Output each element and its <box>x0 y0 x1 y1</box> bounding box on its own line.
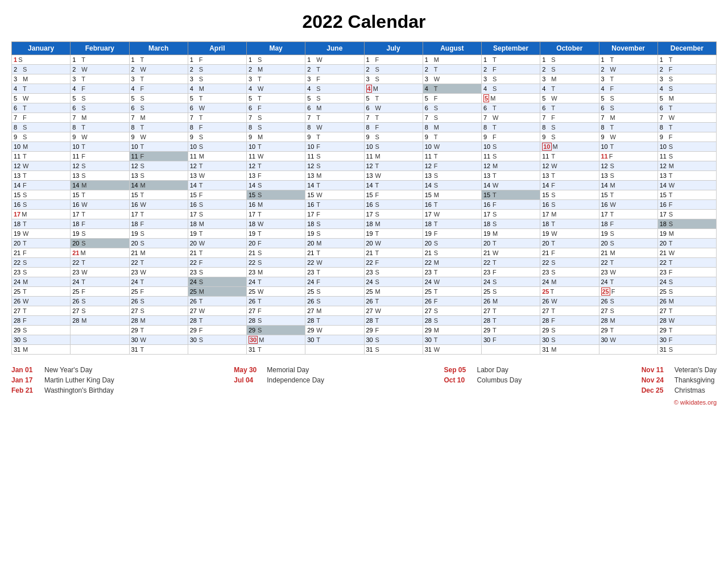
calendar-cell: 19 F <box>423 229 481 239</box>
calendar-cell: 6 F <box>247 103 305 113</box>
day-letter: W <box>258 85 263 92</box>
day-letter: T <box>434 85 438 92</box>
day-num: 19 <box>483 230 491 237</box>
day-letter: T <box>140 259 144 266</box>
calendar-cell: 25 T <box>12 287 71 297</box>
day-num: 21 <box>190 249 198 256</box>
day-num: 27 <box>131 307 139 314</box>
day-num: 22 <box>425 259 433 266</box>
day-letter: F <box>23 317 27 324</box>
day-letter: S <box>434 240 438 247</box>
calendar-cell: 8 T <box>71 123 129 132</box>
day-num: 2 <box>660 66 668 73</box>
day-num: 26 <box>660 298 668 305</box>
calendar-cell: 23 S <box>540 268 599 277</box>
calendar-cell: 12 T <box>247 161 305 171</box>
day-num: 13 <box>249 172 257 179</box>
calendar-table: JanuaryFebruaryMarchAprilMayJuneJulyAugu… <box>11 41 717 355</box>
calendar-cell: 7 S <box>423 113 481 123</box>
day-letter: T <box>669 240 673 247</box>
day-letter: S <box>434 114 438 121</box>
holiday-date: Dec 25 <box>642 386 670 394</box>
day-letter: M <box>610 114 615 121</box>
day-num: 25 <box>249 288 257 295</box>
day-letter: S <box>551 66 555 73</box>
day-num: 18 <box>249 220 257 227</box>
day-num: 31 <box>660 346 668 353</box>
day-num: 8 <box>425 124 433 131</box>
calendar-cell: 28 S <box>423 316 481 326</box>
day-num: 28 <box>14 317 22 324</box>
calendar-cell: 5 T <box>188 94 246 103</box>
day-letter: S <box>316 298 320 305</box>
calendar-cell: 9 S <box>364 132 423 142</box>
day-num: 21 <box>542 249 550 256</box>
calendar-cell: 8 S <box>247 123 305 132</box>
calendar-cell: 21 M <box>129 248 188 258</box>
calendar-cell: 12 S <box>71 161 129 171</box>
calendar-cell: 11 S <box>482 152 540 161</box>
day-letter: S <box>375 66 379 73</box>
calendar-cell: 23 F <box>657 268 716 277</box>
calendar-cell: 7 M <box>599 113 657 123</box>
day-letter: T <box>669 327 673 334</box>
day-num: 28 <box>131 317 139 324</box>
calendar-cell: 29 F <box>364 326 423 335</box>
calendar-cell: 12 T <box>364 161 423 171</box>
day-letter: F <box>669 66 673 73</box>
calendar-cell: 31 M <box>12 345 71 355</box>
day-num: 26 <box>14 298 22 305</box>
calendar-cell: 18 W <box>247 219 305 229</box>
day-num: 14 <box>660 182 668 189</box>
day-num: 3 <box>72 76 80 82</box>
day-num: 24 <box>601 278 609 285</box>
day-num: 7 <box>425 114 433 121</box>
day-letter: T <box>140 327 144 334</box>
day-num: 16 <box>483 201 491 208</box>
calendar-cell: 23 W <box>129 268 188 277</box>
day-num: 29 <box>131 327 139 334</box>
day-letter: F <box>199 56 203 63</box>
day-num: 13 <box>131 172 139 179</box>
day-num: 6 <box>14 105 22 111</box>
day-num: 25 <box>307 288 315 295</box>
day-num: 25 <box>483 288 491 295</box>
day-num: 19 <box>190 230 198 237</box>
calendar-cell: 8 T <box>482 123 540 132</box>
day-letter: T <box>316 201 320 208</box>
day-letter: T <box>493 307 497 314</box>
holiday-name: Veteran's Day <box>675 366 717 374</box>
calendar-cell: 21 S <box>423 248 481 258</box>
calendar-cell: 25 T <box>540 287 599 297</box>
day-num: 28 <box>72 317 80 324</box>
calendar-cell: 27 T <box>657 306 716 316</box>
calendar-cell: 4 F <box>599 84 657 94</box>
calendar-cell: 5 W <box>540 94 599 103</box>
day-num: 24 <box>660 278 668 285</box>
calendar-cell: 27 S <box>129 306 188 316</box>
calendar-cell: 26 W <box>540 297 599 306</box>
day-num: 4 <box>14 85 22 92</box>
day-num: 30 <box>660 336 668 343</box>
day-num: 14 <box>542 182 550 189</box>
calendar-cell: 13 W <box>364 171 423 181</box>
day-num: 15 <box>190 192 198 198</box>
day-letter: S <box>669 153 673 160</box>
day-letter: W <box>140 201 146 208</box>
day-letter: W <box>610 201 616 208</box>
day-letter: S <box>610 240 614 247</box>
calendar-cell: 6 T <box>482 103 540 113</box>
calendar-cell: 14 T <box>364 181 423 190</box>
day-letter: W <box>375 240 381 247</box>
calendar-cell: 28 T <box>188 316 246 326</box>
day-num: 12 <box>249 163 257 169</box>
day-num: 2 <box>190 66 198 73</box>
day-num: 12 <box>483 163 491 169</box>
day-num: 6 <box>542 105 550 111</box>
calendar-cell: 3 S <box>482 74 540 84</box>
calendar-cell: 3 M <box>12 74 71 84</box>
day-num: 21 <box>660 249 668 256</box>
day-letter: S <box>610 307 614 314</box>
calendar-cell: 11 F <box>129 152 188 161</box>
day-letter: T <box>434 220 438 227</box>
